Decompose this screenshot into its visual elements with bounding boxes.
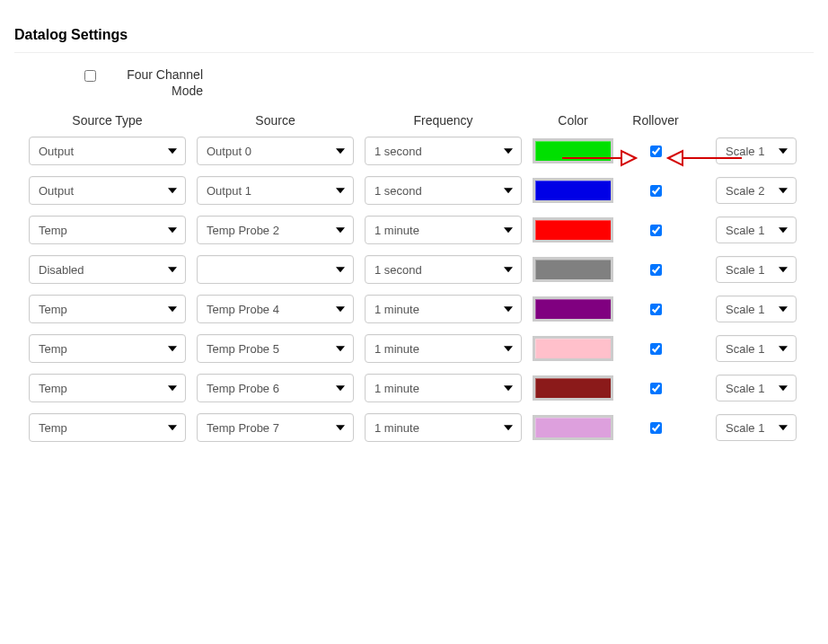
chevron-down-icon [504, 267, 513, 272]
source-select[interactable]: Temp Probe 2 [197, 216, 354, 244]
scale-value: Scale 1 [726, 303, 764, 316]
scale-select[interactable]: Scale 1 [716, 375, 797, 401]
chevron-down-icon [168, 425, 177, 430]
chevron-down-icon [779, 385, 788, 391]
chevron-down-icon [168, 385, 177, 391]
chevron-down-icon [168, 188, 177, 193]
frequency-select[interactable]: 1 minute [365, 413, 522, 442]
source-type-value: Output [39, 184, 74, 198]
source-value: Temp Probe 6 [207, 382, 279, 395]
source-type-select[interactable]: Temp [29, 295, 186, 323]
frequency-value: 1 minute [374, 342, 419, 356]
scale-select[interactable]: Scale 1 [716, 216, 797, 243]
scale-select[interactable]: Scale 1 [716, 137, 797, 164]
source-type-select[interactable]: Temp [29, 413, 186, 442]
table-row: Temp Temp Probe 2 1 minute Scale 1 [29, 216, 799, 244]
chevron-down-icon [779, 188, 788, 193]
rollover-checkbox[interactable] [650, 304, 662, 315]
frequency-value: 1 second [374, 145, 422, 158]
frequency-select[interactable]: 1 minute [365, 216, 522, 244]
chevron-down-icon [779, 227, 788, 233]
source-select[interactable]: Temp Probe 7 [197, 413, 354, 442]
source-select[interactable]: Temp Probe 5 [197, 334, 354, 363]
source-select[interactable]: Output 0 [197, 137, 354, 165]
scale-select[interactable]: Scale 1 [716, 296, 797, 322]
source-type-value: Temp [39, 342, 67, 356]
table-row: Temp Temp Probe 4 1 minute Scale 1 [29, 295, 799, 323]
chevron-down-icon [336, 385, 345, 391]
chevron-down-icon [168, 306, 177, 312]
rollover-checkbox[interactable] [650, 264, 662, 276]
source-type-value: Temp [39, 303, 67, 316]
source-type-select[interactable]: Temp [29, 374, 186, 402]
source-select[interactable]: Output 1 [197, 176, 354, 205]
source-select[interactable] [197, 255, 354, 284]
chevron-down-icon [336, 306, 345, 312]
scale-value: Scale 1 [726, 342, 764, 356]
scale-value: Scale 1 [726, 421, 764, 435]
four-channel-mode-checkbox[interactable] [84, 70, 96, 82]
frequency-select[interactable]: 1 minute [365, 334, 522, 363]
chevron-down-icon [779, 267, 788, 272]
frequency-value: 1 minute [374, 303, 419, 316]
source-type-select[interactable]: Disabled [29, 255, 186, 284]
source-type-select[interactable]: Temp [29, 334, 186, 363]
header-source-type: Source Type [29, 113, 186, 128]
color-swatch[interactable] [533, 415, 613, 440]
color-swatch[interactable] [533, 178, 613, 203]
rollover-checkbox[interactable] [650, 383, 662, 394]
source-type-select[interactable]: Temp [29, 216, 186, 244]
color-swatch[interactable] [533, 375, 613, 401]
source-select[interactable]: Temp Probe 6 [197, 374, 354, 402]
scale-select[interactable]: Scale 1 [716, 335, 797, 362]
scale-select[interactable]: Scale 2 [716, 177, 797, 204]
rollover-checkbox[interactable] [650, 185, 662, 197]
rollover-checkbox[interactable] [650, 225, 662, 236]
chevron-down-icon [336, 267, 345, 272]
source-value: Temp Probe 4 [207, 303, 279, 316]
source-select[interactable]: Temp Probe 4 [197, 295, 354, 323]
settings-panel: Four Channel Mode Source Type Source Fre… [14, 52, 814, 471]
color-swatch[interactable] [533, 296, 613, 322]
chevron-down-icon [168, 148, 177, 154]
chevron-down-icon [504, 306, 513, 312]
rollover-checkbox[interactable] [650, 422, 662, 434]
color-swatch[interactable] [533, 217, 613, 243]
frequency-select[interactable]: 1 second [365, 255, 522, 284]
table-row: Temp Temp Probe 5 1 minute Scale 1 [29, 334, 799, 363]
table-row: Output Output 0 1 second Scale 1 [29, 137, 799, 165]
source-type-select[interactable]: Output [29, 176, 186, 205]
frequency-select[interactable]: 1 second [365, 137, 522, 165]
color-swatch[interactable] [533, 138, 613, 163]
scale-value: Scale 1 [726, 263, 764, 277]
rollover-checkbox[interactable] [650, 343, 662, 355]
table-row: Temp Temp Probe 7 1 minute Scale 1 [29, 413, 799, 442]
source-type-value: Disabled [39, 263, 84, 277]
chevron-down-icon [504, 385, 513, 391]
chevron-down-icon [336, 188, 345, 193]
frequency-select[interactable]: 1 minute [365, 374, 522, 402]
chevron-down-icon [504, 188, 513, 193]
source-type-select[interactable]: Output [29, 137, 186, 165]
four-channel-mode-label: Four Channel Mode [104, 67, 203, 99]
chevron-down-icon [336, 346, 345, 351]
chevron-down-icon [779, 148, 788, 154]
chevron-down-icon [504, 148, 513, 154]
rows-container: Output Output 0 1 second Scale 1 [29, 137, 799, 442]
color-swatch[interactable] [533, 336, 613, 361]
chevron-down-icon [168, 346, 177, 351]
frequency-value: 1 second [374, 184, 422, 198]
scale-select[interactable]: Scale 1 [716, 256, 797, 283]
rollover-checkbox[interactable] [650, 146, 662, 157]
chevron-down-icon [779, 346, 788, 351]
frequency-value: 1 minute [374, 382, 419, 395]
header-rollover: Rollover [624, 113, 687, 128]
frequency-select[interactable]: 1 second [365, 176, 522, 205]
color-swatch[interactable] [533, 257, 613, 282]
scale-select[interactable]: Scale 1 [716, 414, 797, 441]
header-source: Source [197, 113, 354, 128]
table-row: Output Output 1 1 second Scale 2 [29, 176, 799, 205]
frequency-select[interactable]: 1 minute [365, 295, 522, 323]
source-type-value: Output [39, 145, 74, 158]
chevron-down-icon [779, 425, 788, 430]
